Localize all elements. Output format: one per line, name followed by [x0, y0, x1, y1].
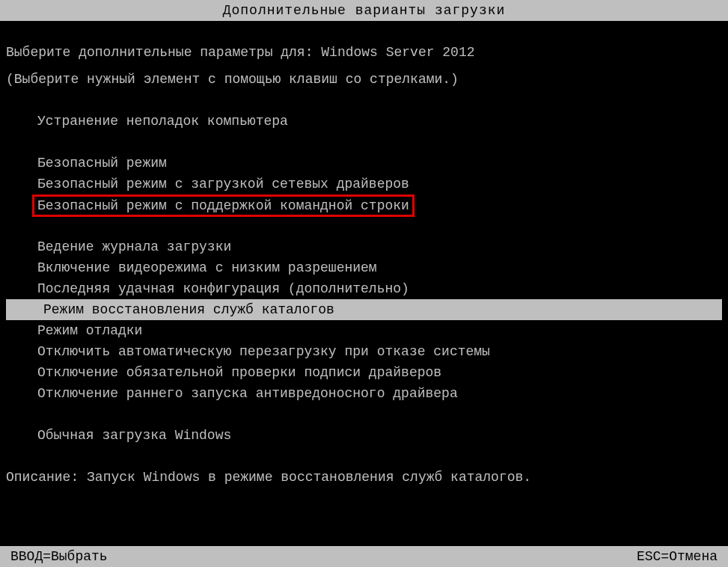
menu-item-debug[interactable]: Режим отладки	[6, 320, 722, 341]
prompt-hint: (Выберите нужный элемент с помощью клави…	[6, 69, 722, 90]
footer-enter: ВВОД=Выбрать	[10, 546, 108, 567]
menu-item-label: Режим отладки	[37, 323, 142, 338]
menu-item-label: Отключение раннего запуска антивредоносн…	[37, 386, 458, 401]
menu-item-label: Режим восстановления служб каталогов	[43, 302, 334, 317]
menu-item-label: Последняя удачная конфигурация (дополнит…	[37, 281, 409, 296]
menu-item-label: Обычная загрузка Windows	[37, 428, 231, 443]
footer-esc: ESC=Отмена	[637, 546, 718, 567]
footer-bar: ВВОД=Выбрать ESC=Отмена	[0, 546, 728, 567]
menu-item-last-known-good[interactable]: Последняя удачная конфигурация (дополнит…	[6, 278, 722, 299]
menu-item-label: Отключение обязательной проверки подписи…	[37, 365, 441, 380]
menu-item-label: Устранение неполадок компьютера	[37, 114, 288, 129]
menu-item-label: Безопасный режим с поддержкой командной …	[37, 198, 409, 213]
highlighted-option: Безопасный режим с поддержкой командной …	[32, 194, 415, 217]
menu-item-label: Безопасный режим	[37, 156, 167, 171]
description-line: Описание: Запуск Windows в режиме восста…	[6, 467, 722, 488]
description-text: Запуск Windows в режиме восстановления с…	[87, 470, 531, 485]
menu-item-disable-auto-restart[interactable]: Отключить автоматическую перезагрузку пр…	[6, 341, 722, 362]
os-name: Windows Server 2012	[321, 45, 474, 60]
menu-item-repair[interactable]: Устранение неполадок компьютера	[6, 111, 722, 132]
menu-item-disable-driver-sig[interactable]: Отключение обязательной проверки подписи…	[6, 362, 722, 383]
menu-item-safe-mode[interactable]: Безопасный режим	[6, 153, 722, 174]
prompt-prefix: Выберите дополнительные параметры для:	[6, 45, 321, 60]
prompt-line: Выберите дополнительные параметры для: W…	[6, 42, 722, 63]
menu-item-safe-mode-networking[interactable]: Безопасный режим с загрузкой сетевых дра…	[6, 174, 722, 194]
menu-item-low-res-video[interactable]: Включение видеорежима с низким разрешени…	[6, 257, 722, 278]
title-bar: Дополнительные варианты загрузки	[0, 0, 728, 21]
menu-item-label: Включение видеорежима с низким разрешени…	[37, 260, 377, 275]
boot-menu-content: Выберите дополнительные параметры для: W…	[0, 21, 728, 488]
menu-item-label: Безопасный режим с загрузкой сетевых дра…	[37, 177, 409, 191]
description-label: Описание:	[6, 470, 87, 485]
menu-item-dsrm-selected[interactable]: Режим восстановления служб каталогов	[6, 299, 722, 320]
menu-item-disable-elam[interactable]: Отключение раннего запуска антивредоносн…	[6, 383, 722, 404]
menu-item-label: Отключить автоматическую перезагрузку пр…	[37, 344, 490, 359]
menu-item-safe-mode-cmd[interactable]: Безопасный режим с поддержкой командной …	[6, 194, 722, 215]
screen-title: Дополнительные варианты загрузки	[223, 3, 506, 18]
menu-item-boot-logging[interactable]: Ведение журнала загрузки	[6, 236, 722, 257]
menu-item-label: Ведение журнала загрузки	[37, 239, 231, 254]
menu-item-start-normally[interactable]: Обычная загрузка Windows	[6, 425, 722, 446]
